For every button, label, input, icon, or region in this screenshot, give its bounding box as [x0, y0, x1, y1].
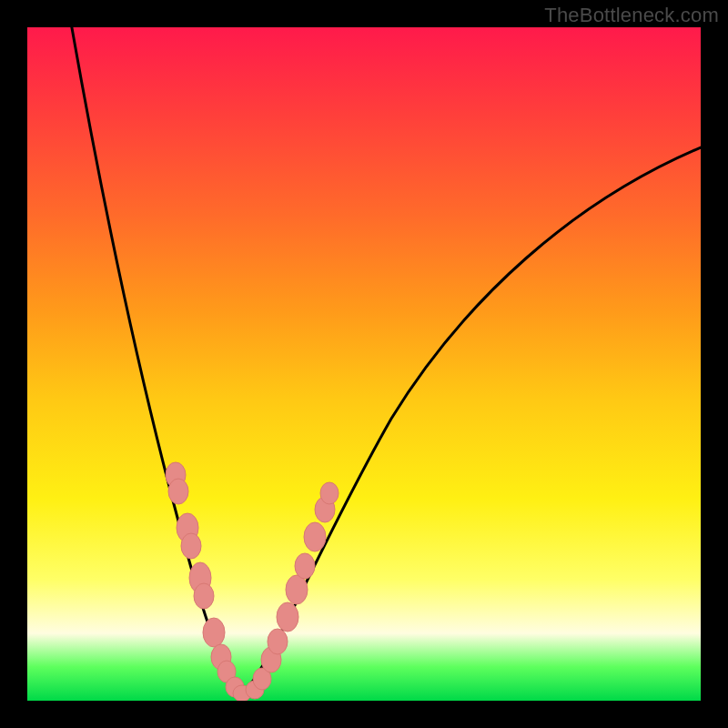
svg-point-14	[268, 629, 288, 654]
svg-point-16	[286, 575, 308, 604]
svg-point-17	[295, 553, 315, 579]
markers-left-group	[166, 462, 251, 701]
curve-left	[71, 27, 241, 696]
chart-frame: TheBottleneck.com	[0, 0, 728, 728]
svg-point-20	[320, 482, 339, 504]
markers-right-group	[246, 482, 339, 699]
svg-point-18	[304, 522, 326, 551]
svg-point-6	[203, 618, 225, 647]
curve-right	[241, 146, 701, 696]
chart-plot-area	[27, 27, 701, 701]
svg-point-5	[194, 583, 214, 609]
svg-point-1	[168, 479, 188, 504]
watermark-text: TheBottleneck.com	[544, 4, 719, 27]
svg-point-3	[181, 533, 201, 559]
svg-point-15	[277, 602, 298, 632]
chart-svg	[27, 27, 701, 701]
